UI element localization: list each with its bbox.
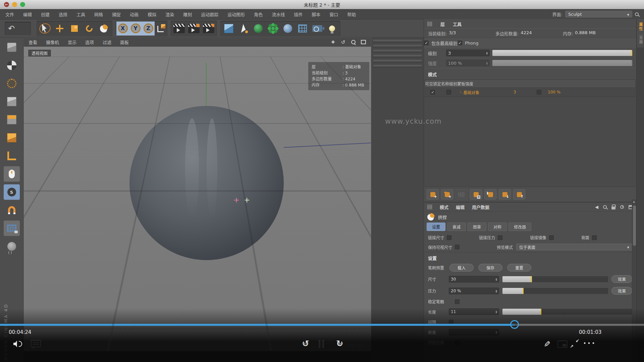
layer-table-row[interactable]: 基础对象 3 100 % — [425, 88, 635, 97]
last-tool-button[interactable] — [98, 22, 110, 35]
forward-button[interactable]: 30 — [334, 339, 346, 349]
menu-item[interactable]: 运动跟踪 — [201, 11, 218, 17]
menu-item[interactable]: 雕刻 — [183, 11, 192, 17]
zoom-button[interactable] — [20, 2, 25, 7]
panel-grid-icon[interactable] — [427, 22, 432, 26]
stepper-icon[interactable] — [486, 61, 488, 65]
point-mode-button[interactable] — [4, 94, 20, 109]
menu-item[interactable]: 运动图形 — [227, 11, 245, 17]
attribute-menu-item[interactable]: 用户数据 — [472, 204, 489, 210]
subtitles-button[interactable] — [31, 340, 41, 347]
add-generator-button[interactable] — [253, 22, 264, 35]
render-region-button[interactable] — [188, 22, 200, 35]
preview-mode-select[interactable]: 位于表面 — [516, 244, 632, 250]
clear-layer-button[interactable] — [470, 189, 482, 199]
dock-tab[interactable]: 属性 — [637, 19, 644, 35]
sculpt-sphere-object[interactable] — [129, 106, 284, 260]
add-field-button[interactable] — [282, 22, 293, 35]
pick-layer-button[interactable] — [484, 189, 496, 199]
stepper-icon[interactable] — [495, 330, 497, 334]
move-layer-up-button[interactable] — [513, 189, 525, 199]
checkbox[interactable] — [447, 235, 451, 240]
annotate-button[interactable] — [542, 339, 551, 349]
viewport-menu-item[interactable]: 选项 — [85, 39, 94, 45]
interface-select[interactable]: Sculpt — [565, 11, 632, 17]
pressure-slider[interactable] — [502, 288, 608, 294]
delete-layer-button[interactable] — [455, 189, 468, 199]
axis-lock-button[interactable]: Y — [129, 21, 142, 36]
distance-field[interactable] — [449, 329, 499, 336]
checkbox[interactable] — [458, 41, 462, 45]
stepper-icon[interactable] — [495, 289, 497, 293]
volume-button[interactable] — [13, 340, 23, 348]
rewind-button[interactable]: 10 — [300, 339, 312, 349]
orbit-view-icon[interactable] — [340, 39, 346, 45]
make-editable-button[interactable] — [4, 40, 20, 55]
search-icon[interactable] — [603, 205, 607, 209]
menu-item[interactable]: 渲染 — [165, 11, 174, 17]
menu-item[interactable]: 流水线 — [272, 11, 285, 17]
edge-mode-button[interactable] — [4, 112, 20, 127]
axis-lock-button[interactable]: X — [116, 21, 129, 36]
search-icon[interactable] — [635, 12, 639, 16]
add-light-button[interactable] — [326, 22, 338, 35]
axis-mode-button[interactable] — [4, 148, 20, 164]
snap-button[interactable] — [4, 202, 20, 218]
render-view-button[interactable] — [173, 22, 185, 35]
menu-item[interactable]: 捕捉 — [112, 11, 121, 17]
move-layer-down-button[interactable] — [499, 189, 511, 199]
menu-item[interactable]: 文件 — [5, 11, 14, 17]
shrink-player-button[interactable]: ↙↗ — [570, 339, 579, 348]
menu-item[interactable]: 编辑 — [23, 11, 32, 17]
perspective-viewport[interactable]: 查看摄像机显示选项过滤面板 透视视图 层 : 基础对象 当前级别 : 3 — [23, 38, 371, 351]
attribute-scrollbar[interactable] — [632, 199, 636, 362]
model-mode-button[interactable] — [4, 58, 20, 73]
sculpt-manager-tab[interactable]: 工具 — [453, 21, 462, 27]
length-slider[interactable] — [502, 309, 632, 315]
pinch-edge-checkbox[interactable] — [455, 340, 460, 345]
add-deformer-button[interactable] — [267, 22, 279, 35]
size-effect-button[interactable]: 效果 — [611, 275, 632, 283]
menu-item[interactable]: 网格 — [94, 11, 103, 17]
more-options-button[interactable] — [584, 339, 596, 348]
sculpt-manager-tab[interactable]: 层 — [440, 21, 445, 27]
add-array-button[interactable] — [297, 22, 308, 35]
menu-item[interactable]: 插件 — [294, 11, 303, 17]
render-settings-button[interactable] — [203, 22, 214, 35]
attribute-tab[interactable]: 修改器 — [508, 223, 531, 231]
checkbox[interactable] — [498, 235, 502, 240]
viewport-menu-item[interactable]: 摄像机 — [46, 39, 59, 45]
menu-item[interactable]: 选择 — [59, 11, 67, 17]
menu-item[interactable]: 动画 — [130, 11, 139, 17]
layer-strength[interactable]: 100 % — [548, 90, 571, 95]
menu-item[interactable]: 窗口 — [329, 11, 338, 17]
picture-in-picture-button[interactable] — [557, 341, 568, 348]
stepper-icon[interactable] — [486, 51, 488, 55]
spline-pen-button[interactable] — [238, 22, 249, 35]
player-progress-handle[interactable] — [510, 320, 519, 329]
panel-grid-icon[interactable] — [427, 205, 432, 209]
viewport-tweak-button[interactable] — [4, 166, 20, 182]
size-field[interactable]: 30 — [449, 276, 499, 283]
pressure-effect-button[interactable]: 效果 — [611, 287, 632, 295]
maximize-view-icon[interactable] — [360, 39, 366, 45]
strength-field[interactable]: 100 % — [446, 60, 490, 66]
live-selection-button[interactable] — [39, 22, 51, 35]
stepper-icon[interactable] — [495, 278, 497, 281]
pan-view-icon[interactable] — [330, 39, 336, 45]
minimize-button[interactable] — [12, 2, 17, 7]
back-button[interactable] — [4, 2, 9, 7]
length-field[interactable]: 11 — [449, 308, 499, 315]
viewport-menu-item[interactable]: 查看 — [29, 39, 37, 45]
menu-item[interactable]: 脚本 — [312, 11, 320, 17]
move-button[interactable] — [54, 22, 65, 35]
level-field[interactable]: 3 — [446, 50, 490, 56]
preset-button[interactable]: 载入 — [449, 264, 474, 272]
polygon-mode-button[interactable] — [4, 130, 20, 145]
keep-size-checkbox[interactable] — [455, 245, 460, 249]
menu-item[interactable]: 角色 — [254, 11, 263, 17]
rotate-button[interactable] — [84, 22, 95, 35]
level-slider[interactable] — [492, 50, 632, 56]
attribute-menu-item[interactable]: 编辑 — [456, 204, 465, 210]
size-slider[interactable] — [502, 276, 608, 282]
